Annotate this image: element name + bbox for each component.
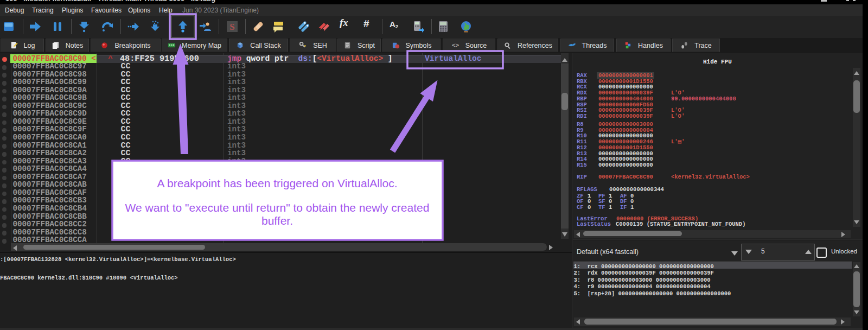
svg-text:buffer.: buffer. [261, 214, 293, 227]
svg-text:A breakpoint has been triggere: A breakpoint has been triggered on Virtu… [157, 177, 397, 189]
svg-text:We want to "execute until retu: We want to "execute until return" to obt… [125, 201, 430, 214]
